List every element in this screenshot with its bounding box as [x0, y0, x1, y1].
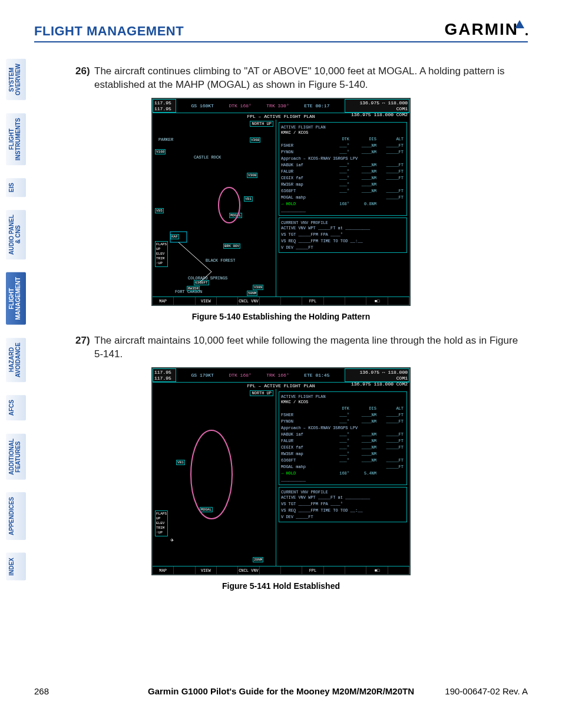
side-tab[interactable]: AUDIO PANEL & CNS: [6, 210, 26, 259]
side-tab[interactable]: ADDITIONAL FEATURES: [6, 434, 26, 480]
map-box: V308: [247, 173, 257, 178]
status-bar: GS 160KT DTK 168° TRK 330° ETE 00:17: [176, 99, 345, 113]
section-title: FLIGHT MANAGEMENT: [34, 24, 184, 39]
softkey[interactable]: ■□: [366, 297, 388, 305]
flight-plan-row: RW35R map___°____NM: [281, 182, 405, 188]
softkey[interactable]: [260, 566, 281, 574]
map-display[interactable]: NORTH UP PARKERCASTLE ROCKBLACK FORESTCO…: [153, 120, 276, 297]
softkey[interactable]: [217, 297, 238, 305]
page-content: 26) The aircraft continues climbing to "…: [34, 65, 528, 604]
softkey[interactable]: [324, 297, 345, 305]
flight-plan-row: HABUK iaf___°____NM_____FT: [281, 431, 405, 438]
svg-point-0: [219, 187, 240, 223]
softkey[interactable]: [345, 297, 366, 305]
flight-plan-row: FSHER___°____NM_____FT: [281, 143, 405, 149]
side-tab[interactable]: INDEX: [6, 553, 26, 581]
map-box: V95: [155, 208, 164, 213]
softkey[interactable]: MAP: [153, 566, 174, 574]
footer-title: Garmin G1000 Pilot's Guide for the Moone…: [34, 686, 528, 696]
softkey[interactable]: [324, 566, 345, 574]
page-footer: 268 Garmin G1000 Pilot's Guide for the M…: [34, 686, 528, 696]
flight-plan-row: HABUK iaf___°____NM_____FT: [281, 162, 405, 169]
flight-plan-row: RW35R map___°____NM: [281, 451, 405, 457]
side-tab[interactable]: EIS: [6, 178, 26, 197]
flight-plan-row: → HOLD168°0.8NM: [281, 201, 405, 207]
map-box: V160: [155, 149, 166, 154]
side-tabs: SYSTEM OVERVIEWFLIGHT INSTRUMENTSEISAUDI…: [6, 59, 26, 581]
hold-pattern-icon: [211, 185, 247, 226]
softkey[interactable]: FPL: [302, 297, 323, 305]
step-27: 27) The aircraft maintains 10,000 feet w…: [75, 334, 528, 361]
svg-point-2: [191, 430, 232, 519]
flight-plan-row: 6368FT___°____NM_____FT: [281, 188, 405, 195]
side-tab[interactable]: FLIGHT MANAGEMENT: [6, 272, 26, 325]
vnv-row: ACTIVE VNV WPT _____FT at __________: [281, 495, 405, 501]
map-box: 20NM: [253, 557, 263, 562]
nav-freq: 117.95117.95: [153, 99, 176, 113]
flight-plan-row: FSHER___°____NM_____FT: [281, 412, 405, 419]
blank-row: __________: [281, 477, 405, 483]
afp-title: ACTIVE FLIGHT PLAN: [281, 394, 405, 399]
north-up-label: NORTH UP: [250, 121, 273, 127]
softkey[interactable]: [260, 297, 281, 305]
softkey[interactable]: [281, 297, 302, 305]
flight-plan-row: MOGAL mahp_____FT: [281, 195, 405, 201]
vnv-row: V DEV _____FT: [281, 514, 405, 521]
aircraft-icon: ✈: [170, 536, 174, 543]
figure-5-140-screenshot: 117.95117.95 GS 160KT DTK 168° TRK 330° …: [151, 98, 411, 306]
softkey[interactable]: [281, 566, 302, 574]
softkey[interactable]: MAP: [153, 297, 174, 305]
softkey[interactable]: [174, 566, 195, 574]
flight-plan-row: PYNON___°____NM_____FT: [281, 419, 405, 425]
vnv-row: VS REQ _____FPM TIME TO TOD __:__: [281, 508, 405, 514]
trk-value: TRK 330°: [266, 103, 289, 108]
route-label: KMKC / KCOS: [281, 399, 405, 406]
softkey[interactable]: FPL: [302, 566, 323, 574]
side-tab[interactable]: SYSTEM OVERVIEW: [6, 59, 26, 100]
gs-value: GS 160KT: [191, 103, 214, 108]
side-tab[interactable]: APPENDICES: [6, 492, 26, 540]
map-label: PARKER: [158, 137, 173, 142]
flight-plan-row: → HOLD168°5.4NM: [281, 470, 405, 477]
approach-lines-icon: [164, 230, 265, 284]
vnv-row: VS TGT _____FPM FPA ____°: [281, 232, 405, 238]
side-tab[interactable]: AFCS: [6, 395, 26, 420]
dtk-value: DTK 168°: [229, 373, 251, 378]
nav-com-bar: 117.95117.95 GS 160KT DTK 168° TRK 330° …: [153, 99, 409, 113]
active-flight-plan-group: ACTIVE FLIGHT PLAN KMKC / KCOS DTKDISALT…: [279, 122, 407, 216]
vnv-row: V DEV _____FT: [281, 245, 405, 251]
logo-dot-icon: [525, 33, 528, 35]
com-freq: 136.975 ↔ 118.000 COM1136.975 118.000 CO…: [345, 368, 409, 382]
softkey[interactable]: CNCL VNV: [238, 566, 259, 574]
flight-plan-row: Approach – KCOS-RNAV 35RGPS LPV: [281, 425, 405, 431]
flight-plan-row: FALUR___°____NM_____FT: [281, 169, 405, 175]
map-box: RW35R: [187, 286, 200, 291]
flight-plan-row: 6368FT___°____NM_____FT: [281, 457, 405, 464]
step-27-number: 27): [75, 334, 94, 361]
softkey[interactable]: [217, 566, 238, 574]
garmin-logo: GARMIN: [444, 20, 528, 39]
map-display[interactable]: NORTH UP V81MOGAL20NM✈ FLAPSUPELEVTRIM↑U…: [153, 389, 276, 566]
softkey[interactable]: ■□: [366, 566, 388, 574]
trk-value: TRK 166°: [266, 373, 289, 378]
softkey[interactable]: [388, 297, 409, 305]
nav-freq: 117.95117.95: [153, 368, 176, 382]
softkey[interactable]: VIEW: [196, 566, 217, 574]
softkey[interactable]: VIEW: [196, 297, 217, 305]
svg-rect-1: [170, 232, 187, 242]
step-26-text: The aircraft continues climbing to "AT o…: [94, 65, 528, 92]
com-freq: 136.975 ↔ 118.000 COM1136.975 118.000 CO…: [345, 99, 409, 113]
softkey[interactable]: CNCL VNV: [238, 297, 259, 305]
ete-value: ETE 01:45: [304, 373, 329, 378]
softkey[interactable]: [345, 566, 366, 574]
active-flight-plan-group: ACTIVE FLIGHT PLAN KMKC / KCOS DTKDISALT…: [279, 391, 407, 485]
side-tab[interactable]: FLIGHT INSTRUMENTS: [6, 113, 26, 165]
side-tab[interactable]: HAZARD AVOIDANCE: [6, 338, 26, 382]
ete-value: ETE 00:17: [304, 103, 329, 108]
softkey[interactable]: [174, 297, 195, 305]
flight-plan-row: FALUR___°____NM_____FT: [281, 438, 405, 444]
gs-value: GS 179KT: [191, 373, 214, 378]
afp-title: ACTIVE FLIGHT PLAN: [281, 125, 405, 130]
vnv-profile-group: CURRENT VNV PROFILE ACTIVE VNV WPT _____…: [279, 218, 407, 253]
softkey[interactable]: [388, 566, 409, 574]
